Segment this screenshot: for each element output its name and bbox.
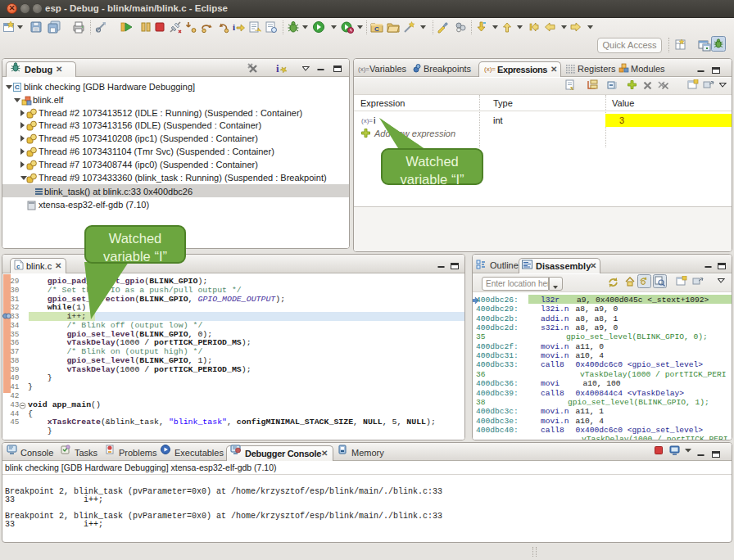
svg-text:c: c bbox=[16, 263, 20, 270]
svg-text:(x)=: (x)= bbox=[358, 65, 369, 73]
svg-text:C: C bbox=[374, 25, 379, 33]
svg-text:i: i bbox=[276, 62, 279, 75]
svg-text:(x)=: (x)= bbox=[484, 65, 496, 73]
svg-text:i: i bbox=[233, 22, 235, 32]
svg-text:x: x bbox=[570, 84, 574, 91]
